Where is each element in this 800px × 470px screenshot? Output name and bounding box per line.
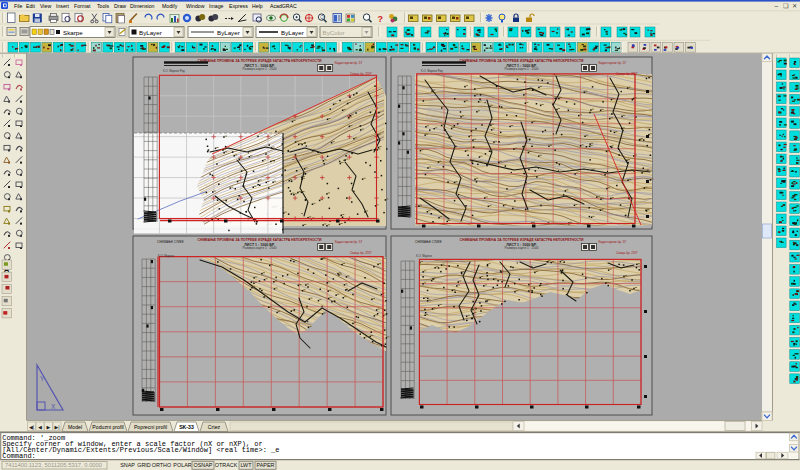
svg-text:Кадастарски бр. 57: Кадастарски бр. 57 xyxy=(335,61,363,65)
svg-text:Skarpe: Skarpe xyxy=(63,29,83,36)
svg-text:СНИМАЊЕ СЛИКЕ: СНИМАЊЕ СЛИКЕ xyxy=(157,240,184,244)
svg-text:Скица бр. 23/7: Скица бр. 23/7 xyxy=(350,72,372,76)
svg-text:Poduzni profil: Poduzni profil xyxy=(92,424,123,430)
svg-text:SK-33: SK-33 xyxy=(179,424,194,430)
svg-text:Express: Express xyxy=(229,3,248,9)
svg-text:Скица бр. 23/7: Скица бр. 23/7 xyxy=(616,72,638,76)
svg-text:File: File xyxy=(14,3,22,9)
svg-text:POLAR: POLAR xyxy=(173,462,191,468)
svg-text:Скица бр. 23/7: Скица бр. 23/7 xyxy=(350,251,372,255)
svg-text:ByLayer: ByLayer xyxy=(281,29,304,36)
svg-text:К.О. Марков Рид: К.О. Марков Рид xyxy=(421,69,443,73)
svg-text:▶: ▶ xyxy=(47,424,51,430)
svg-text:Размера карте 1 : 2500: Размера карте 1 : 2500 xyxy=(504,246,538,250)
svg-text:SNAP: SNAP xyxy=(120,462,135,468)
svg-text:Insert: Insert xyxy=(56,3,70,9)
svg-text:OSNAP: OSNAP xyxy=(194,462,213,468)
svg-text:СНИМАЊЕ ПРОМЕНА ЗА ПОТРЕБЕ ИЗР: СНИМАЊЕ ПРОМЕНА ЗА ПОТРЕБЕ ИЗРАДЕ КАТАСТ… xyxy=(198,238,322,242)
svg-text:Размера карте 1 : 2500: Размера карте 1 : 2500 xyxy=(504,67,538,71)
svg-text:LWT: LWT xyxy=(241,462,253,468)
svg-text:ByLayer: ByLayer xyxy=(139,29,162,36)
svg-text:7411400.1123, 5011205.5317, 0.: 7411400.1123, 5011205.5317, 0.0000 xyxy=(5,462,102,468)
svg-text:▶|: ▶| xyxy=(54,424,59,430)
svg-text:Размера карте 1 : 2500: Размера карте 1 : 2500 xyxy=(242,246,276,250)
svg-text:СНИМАЊЕ ПРОМЕНА ЗА ПОТРЕБЕ ИЗР: СНИМАЊЕ ПРОМЕНА ЗА ПОТРЕБЕ ИЗРАДЕ КАТАСТ… xyxy=(460,238,584,242)
svg-text:ORTHO: ORTHO xyxy=(152,462,171,468)
svg-text:К.О. Марков Рид: К.О. Марков Рид xyxy=(163,69,185,73)
svg-text:К.О. Марков: К.О. Марков xyxy=(416,254,432,258)
svg-text:СНИМАЊЕ ПРОМЕНА ЗА ПОТРЕБЕ ИЗР: СНИМАЊЕ ПРОМЕНА ЗА ПОТРЕБЕ ИЗРАДЕ КАТАСТ… xyxy=(460,59,584,63)
svg-text:❏: ❏ xyxy=(783,2,789,9)
svg-text:Format: Format xyxy=(74,3,91,9)
svg-text:PAPER: PAPER xyxy=(257,462,275,468)
svg-text:Кадастарски бр. 57: Кадастарски бр. 57 xyxy=(599,61,627,65)
svg-text:Y: Y xyxy=(40,375,45,382)
svg-text:Command:: Command: xyxy=(2,452,36,460)
svg-text:СНИМАЊЕ ПРОМЕНА ЗА ПОТРЕБЕ ИЗР: СНИМАЊЕ ПРОМЕНА ЗА ПОТРЕБЕ ИЗРАДЕ КАТАСТ… xyxy=(198,59,322,63)
svg-text:Window: Window xyxy=(186,3,205,9)
svg-text:Crtez: Crtez xyxy=(208,424,221,430)
svg-text:Edit: Edit xyxy=(26,3,35,9)
svg-text:–: – xyxy=(775,2,779,9)
svg-text:?: ? xyxy=(378,14,384,24)
svg-text:Image: Image xyxy=(209,3,224,9)
svg-text:View: View xyxy=(40,3,51,9)
svg-text:К.О. Марков: К.О. Марков xyxy=(158,254,174,258)
svg-text:Draw: Draw xyxy=(114,3,126,9)
svg-text:X: X xyxy=(51,403,56,410)
svg-text:Q: Q xyxy=(320,15,324,20)
svg-text:Кадастарски бр. 57: Кадастарски бр. 57 xyxy=(599,240,627,244)
svg-text:Скица бр. 23/7: Скица бр. 23/7 xyxy=(616,251,638,255)
svg-text:Размера карте 1 : 2500: Размера карте 1 : 2500 xyxy=(242,67,276,71)
svg-text:OTRACK: OTRACK xyxy=(215,462,238,468)
svg-text:СНИМАЊЕ СЛИКЕ: СНИМАЊЕ СЛИКЕ xyxy=(415,240,442,244)
svg-text:AcadGRAC: AcadGRAC xyxy=(270,3,297,9)
svg-text:Help: Help xyxy=(252,3,263,9)
svg-text:GRID: GRID xyxy=(137,462,151,468)
svg-text:[All/Center/Dynamic/Extents/Pr: [All/Center/Dynamic/Extents/Previous/Sca… xyxy=(2,446,279,454)
svg-text:Dimension: Dimension xyxy=(130,3,155,9)
svg-text:Poprecni profil: Poprecni profil xyxy=(134,424,167,430)
svg-text:ByLayer: ByLayer xyxy=(217,29,240,36)
svg-text:◀|: ◀| xyxy=(29,424,34,430)
svg-text:Model: Model xyxy=(68,424,82,430)
svg-text:Modify: Modify xyxy=(162,3,178,9)
svg-text:Кадастарски бр. 57: Кадастарски бр. 57 xyxy=(335,240,363,244)
svg-text:✕: ✕ xyxy=(792,2,797,9)
svg-text:◀: ◀ xyxy=(38,424,42,430)
svg-text:ByColor: ByColor xyxy=(323,29,345,36)
svg-text:Tools: Tools xyxy=(97,3,110,9)
